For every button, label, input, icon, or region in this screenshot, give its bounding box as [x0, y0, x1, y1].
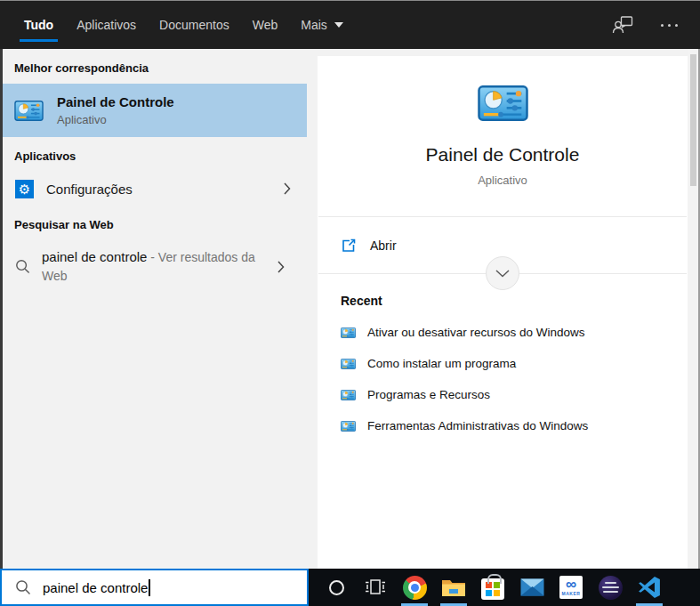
control-panel-icon: [478, 85, 528, 121]
web-search-header: Pesquisar na Web: [3, 206, 307, 240]
tab-aplicativos[interactable]: Aplicativos: [65, 1, 148, 49]
search-filter-bar: Tudo Aplicativos Documentos Web Mais: [0, 0, 700, 49]
task-view-button[interactable]: [356, 569, 395, 606]
expand-chevron-icon: [495, 270, 510, 278]
web-query: painel de controle: [42, 249, 147, 264]
control-panel-icon: [341, 359, 356, 369]
mail-button[interactable]: [512, 569, 551, 606]
preview-card: Painel de Controle Aplicativo Abrir: [318, 56, 688, 569]
recent-item[interactable]: Ferramentas Administrativas do Windows: [341, 419, 688, 432]
control-panel-icon: [14, 101, 44, 121]
preview-panel: Painel de Controle Aplicativo Abrir: [307, 49, 700, 569]
control-panel-icon: [341, 390, 356, 400]
chrome-icon: [403, 576, 427, 600]
feedback-icon: [612, 16, 633, 34]
more-options-icon: [661, 24, 678, 27]
tab-documentos[interactable]: Documentos: [148, 1, 241, 49]
search-input[interactable]: painel de controle: [0, 569, 309, 606]
maker-button[interactable]: ∞MAKER: [551, 569, 591, 606]
tab-mais[interactable]: Mais: [289, 1, 355, 49]
tab-tudo[interactable]: Tudo: [12, 1, 65, 49]
web-result-text: painel de controle - Ver resultados da W…: [42, 247, 266, 286]
eclipse-icon: [599, 576, 623, 600]
preview-hero: Painel de Controle Aplicativo: [318, 56, 688, 216]
more-options-button[interactable]: [656, 12, 682, 38]
topbar-actions: [609, 1, 700, 49]
taskbar: ∞MAKER: [309, 569, 700, 606]
chrome-button[interactable]: [395, 569, 434, 606]
gear-icon: ⚙: [15, 180, 34, 198]
store-icon: [481, 578, 504, 600]
mail-icon: [520, 578, 544, 596]
scrollbar-thumb[interactable]: [690, 54, 696, 186]
search-icon: [15, 579, 31, 595]
divider: [318, 273, 687, 274]
recent-item[interactable]: Como instalar um programa: [341, 357, 688, 370]
results-list-panel: Melhor correspondência Painel de Control…: [0, 49, 307, 569]
feedback-button[interactable]: [609, 12, 636, 38]
chevron-right-icon: [284, 182, 291, 195]
result-web-search[interactable]: painel de controle - Ver resultados da W…: [3, 240, 307, 293]
recent-header: Recent: [341, 294, 688, 308]
best-match-result[interactable]: Painel de Controle Aplicativo: [3, 84, 307, 137]
filter-tabs: Tudo Aplicativos Documentos Web Mais: [0, 1, 355, 49]
bottom-bar: painel de controle: [0, 569, 700, 606]
best-match-header: Melhor correspondência: [3, 49, 307, 84]
search-results-body: Melhor correspondência Painel de Control…: [0, 49, 700, 569]
apps-header: Aplicativos: [3, 137, 307, 172]
maker-icon: ∞MAKER: [559, 576, 583, 599]
task-view-icon: [364, 578, 387, 597]
recent-item[interactable]: Programas e Recursos: [341, 388, 688, 401]
file-explorer-button[interactable]: [434, 569, 473, 606]
recent-section: Recent Ativar ou desativar recursos do W…: [318, 274, 688, 432]
text-cursor: [149, 579, 150, 596]
control-panel-icon: [341, 421, 356, 432]
eclipse-button[interactable]: [591, 569, 630, 606]
chevron-down-icon: [334, 22, 343, 28]
windows-search-flyout: Tudo Aplicativos Documentos Web Mais: [0, 0, 700, 606]
store-button[interactable]: [473, 569, 512, 606]
vscode-icon: [638, 576, 661, 599]
best-match-subtitle: Aplicativo: [57, 113, 174, 126]
open-label: Abrir: [370, 238, 397, 253]
control-panel-icon: [341, 327, 356, 338]
expand-button[interactable]: [486, 256, 519, 290]
preview-title: Painel de Controle: [426, 144, 580, 166]
best-match-title: Painel de Controle: [57, 94, 174, 109]
preview-subtitle: Aplicativo: [478, 174, 527, 187]
cortana-icon: [329, 580, 344, 595]
chevron-right-icon: [278, 261, 285, 273]
tab-web[interactable]: Web: [241, 1, 290, 49]
scrollbar[interactable]: [688, 49, 700, 569]
search-icon: [15, 259, 30, 274]
settings-label: Configurações: [46, 182, 271, 197]
vscode-button[interactable]: [630, 569, 669, 606]
search-value: painel de controle: [43, 580, 148, 595]
recent-item[interactable]: Ativar ou desativar recursos do Windows: [341, 326, 688, 339]
file-explorer-icon: [441, 577, 466, 598]
launch-icon: [341, 238, 357, 254]
result-settings[interactable]: ⚙ Configurações: [3, 172, 307, 206]
cortana-button[interactable]: [317, 569, 356, 606]
